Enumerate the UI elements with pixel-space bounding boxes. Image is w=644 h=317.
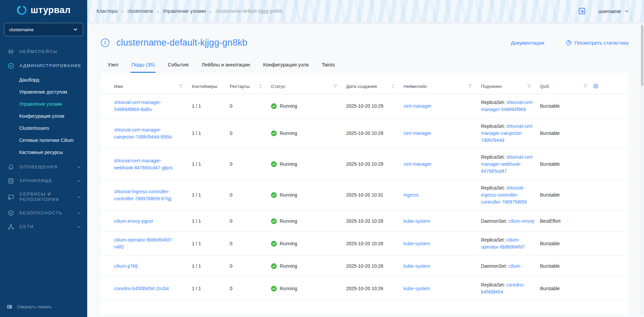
owner-link[interactable]: cilium-envoy <box>508 218 535 224</box>
column-header-owner: Подчинен <box>481 84 540 89</box>
sidebar-item-label: СЕРВИСЫ И РЕПОЗИТОРИИ <box>19 192 69 203</box>
scrollbar-thumb[interactable] <box>641 25 643 86</box>
pod-name-link[interactable]: shturval-cert-manager-548894f969-tbd8v <box>114 99 192 113</box>
cluster-select-value: clustername <box>9 27 34 32</box>
namespace-link[interactable]: cert-manager <box>404 130 431 136</box>
status-ok-icon <box>271 192 277 198</box>
qos-cell: Burstable <box>540 161 622 168</box>
namespace-link[interactable]: cert-manager <box>404 103 431 109</box>
pod-name-link[interactable]: cilium-p7kfj <box>114 263 192 270</box>
table-header: Имя Контейнеры Рестарты Статус Дата созд… <box>101 73 629 94</box>
title-row: clustername-default-kjjgg-gn8kb Документ… <box>101 38 629 48</box>
documentation-link[interactable]: Документация <box>511 40 544 46</box>
breadcrumb-current: clustername-default-kjjgg-gn8kb <box>216 8 282 14</box>
sidebar-item-custom-resources[interactable]: Кастомные ресурсы <box>19 146 87 158</box>
namespace-link[interactable]: kube-system <box>404 263 430 269</box>
back-button[interactable] <box>101 38 110 47</box>
owner-cell: ReplicaSet: coredns-b45fd9454 <box>481 281 540 296</box>
filter-icon[interactable] <box>333 84 337 89</box>
sidebar-item-clusterissuers[interactable]: ClusterIssuers <box>19 122 87 134</box>
collapse-panel-button[interactable]: Свернуть панель <box>0 299 87 317</box>
tab-pods[interactable]: Поды (35) <box>130 60 156 73</box>
filter-icon[interactable] <box>527 84 531 89</box>
status-ok-icon <box>271 286 277 292</box>
filter-icon[interactable] <box>583 84 588 89</box>
tab-node[interactable]: Узел <box>107 60 119 73</box>
username: username <box>598 8 621 14</box>
sidebar-item-namespaces[interactable]: НЕЙМСПЕЙСЫ <box>0 45 87 59</box>
sidebar-item-storage[interactable]: ХРАНИЛИЩЕ <box>0 174 87 188</box>
pie-chart-icon <box>566 40 572 46</box>
user-menu[interactable]: username <box>598 8 629 14</box>
namespace-link[interactable]: cert-manager <box>404 161 431 167</box>
sort-icon[interactable] <box>259 84 262 89</box>
restarts-cell: 0 <box>230 130 271 137</box>
collapse-panel-label: Свернуть панель <box>17 304 52 309</box>
filter-icon[interactable] <box>468 84 472 89</box>
sidebar-item-networks[interactable]: СЕТИ <box>0 220 87 234</box>
sidebar-item-label: ХРАНИЛИЩЕ <box>19 178 53 183</box>
sidebar-item-services-repos[interactable]: СЕРВИСЫ И РЕПОЗИТОРИИ <box>0 188 87 206</box>
breadcrumb-separator: › <box>157 8 159 14</box>
filter-icon[interactable] <box>179 84 183 89</box>
sidebar-item-security[interactable]: БЕЗОПАСНОСТЬ <box>0 206 87 220</box>
breadcrumb-node-management[interactable]: Управление узлами <box>163 8 206 14</box>
table-row: coredns-b45fd9454-2ncb4 1 / 1 0 Running … <box>101 277 629 301</box>
breadcrumb-cluster[interactable]: clustername <box>127 8 153 14</box>
column-settings-gear-icon[interactable] <box>593 84 598 89</box>
namespace-link[interactable]: kube-system <box>404 218 430 224</box>
containers-cell: 1 / 1 <box>192 218 230 225</box>
containers-cell: 1 / 1 <box>192 263 230 270</box>
status-cell: Running <box>271 240 346 247</box>
cluster-select[interactable]: clustername <box>4 23 83 36</box>
table-row: cilium-operator-6b8b994fd7-n4lf2 1 / 1 0… <box>101 232 629 256</box>
sidebar-item-dashboard[interactable]: Дашборд <box>19 74 87 86</box>
pod-name-link[interactable]: cilium-envoy-pgsst <box>114 218 192 225</box>
pod-name-link[interactable]: shturval-cert-manager-webhook-847665cd47… <box>114 157 192 171</box>
status-cell: Running <box>271 285 346 292</box>
restarts-cell: 0 <box>230 240 271 247</box>
pod-name-link[interactable]: shturval-cert-manager-cainjector-7d9fcf9… <box>114 126 192 141</box>
containers-cell: 1 / 1 <box>192 240 230 247</box>
created-cell: 2025-10-20 10:31 <box>346 192 404 199</box>
sidebar-item-administration[interactable]: АДМИНИСТРИРОВАНИЕ <box>0 59 87 73</box>
pod-name-link[interactable]: coredns-b45fd9454-2ncb4 <box>114 285 192 292</box>
status-ok-icon <box>271 263 277 269</box>
chevron-down-icon <box>77 225 81 229</box>
tab-node-configuration[interactable]: Конфигурация узла <box>262 60 310 73</box>
table-row: cilium-envoy-pgsst 1 / 1 0 Running 2025-… <box>101 211 629 232</box>
sidebar-item-cilium-policies[interactable]: Сетевые политики Cilium <box>19 134 87 146</box>
restarts-cell: 0 <box>230 218 271 225</box>
services-icon <box>7 194 15 200</box>
exit-fullscreen-icon[interactable] <box>578 7 586 15</box>
pod-name-link[interactable]: shturval-ingress-controller-controller-7… <box>114 188 192 202</box>
owner-cell: DaemonSet: cilium <box>481 263 540 270</box>
page-content: clustername-default-kjjgg-gn8kb Документ… <box>87 22 644 317</box>
tab-taints[interactable]: Taints <box>321 60 336 73</box>
sidebar-item-alerts[interactable]: ОПОВЕЩЕНИЯ <box>0 160 87 174</box>
sidebar-item-access-management[interactable]: Управление доступом <box>19 86 87 98</box>
qos-cell: BestEffort <box>540 218 622 225</box>
created-cell: 2025-10-20 10:28 <box>346 240 404 247</box>
sidebar-item-node-management[interactable]: Управление узлами <box>19 98 87 110</box>
brand-logo: штурвал <box>0 5 87 15</box>
restarts-cell: 0 <box>230 103 271 110</box>
sidebar-item-node-configuration[interactable]: Конфигурация узлов <box>19 110 87 122</box>
containers-cell: 1 / 1 <box>192 285 230 292</box>
sort-icon[interactable] <box>391 84 395 89</box>
breadcrumb-clusters[interactable]: Кластеры <box>97 8 118 14</box>
namespace-link[interactable]: kube-system <box>404 286 430 291</box>
sidebar-item-label: НЕЙМСПЕЙСЫ <box>19 49 58 54</box>
containers-cell: 1 / 1 <box>192 130 230 137</box>
namespace-link[interactable]: ingress <box>404 192 419 198</box>
namespace-link[interactable]: kube-system <box>404 241 430 246</box>
owner-link[interactable]: cilium <box>508 263 521 269</box>
database-icon <box>7 178 15 184</box>
pod-name-link[interactable]: cilium-operator-6b8b994fd7-n4lf2 <box>114 236 192 251</box>
view-statistics-link[interactable]: Посмотреть статистику <box>566 40 629 46</box>
tab-labels-annotations[interactable]: Лейблы и аннотации <box>201 60 251 73</box>
brand-name: штурвал <box>31 5 70 15</box>
network-icon <box>7 224 15 230</box>
collapse-panel-icon <box>7 304 12 310</box>
tab-events[interactable]: События <box>167 60 190 73</box>
